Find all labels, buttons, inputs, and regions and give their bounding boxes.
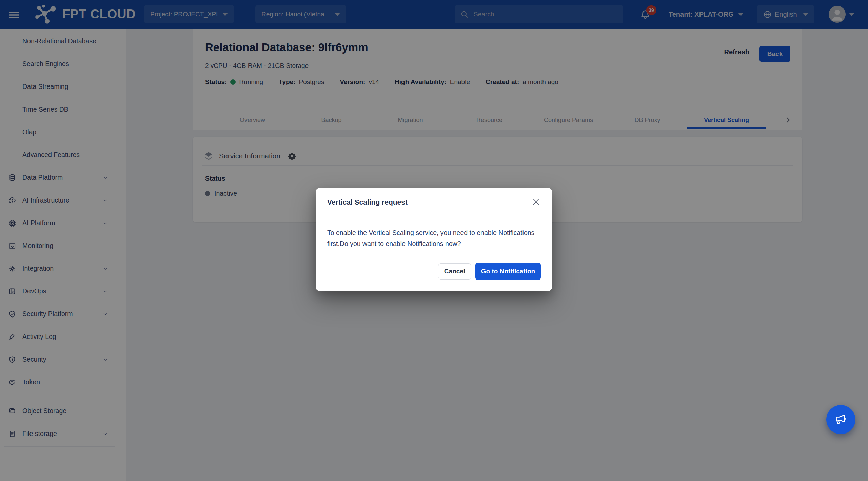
announcement-fab[interactable] [826,405,855,434]
dialog-body-text: To enable the Vertical Scaling service, … [327,227,541,249]
dialog-title: Vertical Scaling request [327,198,408,206]
go-to-notification-button[interactable]: Go to Notification [475,263,541,280]
dialog-actions: Cancel Go to Notification [438,263,541,280]
vertical-scaling-request-dialog: Vertical Scaling request To enable the V… [316,188,552,291]
close-icon[interactable] [532,197,540,206]
megaphone-icon [834,412,848,427]
cancel-button[interactable]: Cancel [438,263,471,280]
